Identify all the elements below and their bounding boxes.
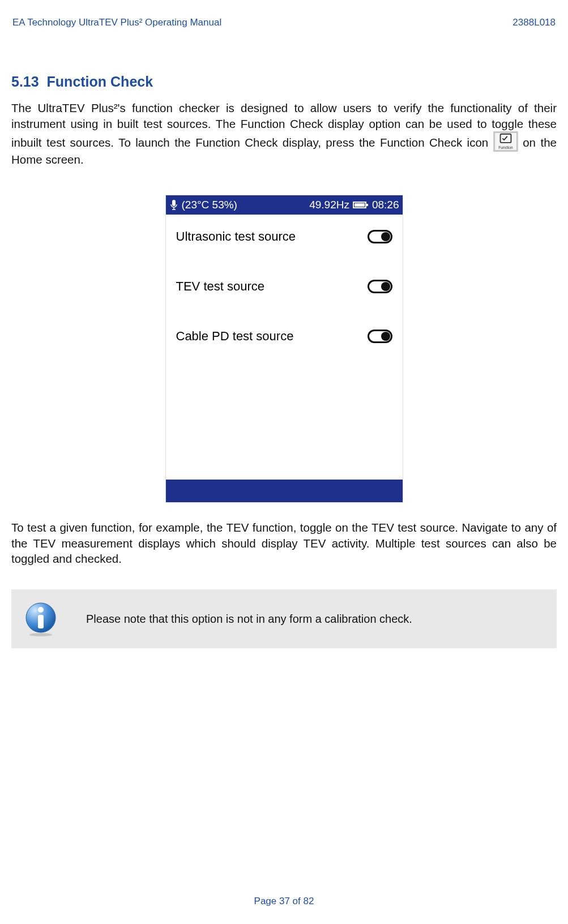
svg-point-10 xyxy=(29,633,52,636)
page-footer: Page 37 of 82 xyxy=(0,896,568,907)
toggle-row-tev: TEV test source xyxy=(176,279,392,294)
toggle-row-cable-pd: Cable PD test source xyxy=(176,329,392,344)
function-check-icon: Function xyxy=(493,131,518,152)
svg-rect-8 xyxy=(355,203,365,207)
svg-text:Function: Function xyxy=(498,146,513,150)
ultrasonic-toggle[interactable] xyxy=(368,230,392,243)
svg-rect-3 xyxy=(172,200,176,206)
screen-body: Ultrasonic test source TEV test source C… xyxy=(166,215,403,480)
status-temp-humidity: (23°C 53%) xyxy=(182,199,237,211)
section-heading: 5.13 Function Check xyxy=(11,74,557,90)
device-screen: (23°C 53%) 49.92Hz 08:26 Ultrasonic test… xyxy=(166,195,403,502)
svg-rect-7 xyxy=(366,204,368,206)
note-text: Please note that this option is not in a… xyxy=(86,613,412,626)
section-number: 5.13 xyxy=(11,74,39,89)
info-icon xyxy=(23,601,59,637)
svg-rect-11 xyxy=(38,615,44,628)
tev-toggle[interactable] xyxy=(368,280,392,293)
status-time: 08:26 xyxy=(372,199,399,211)
toggle-row-ultrasonic: Ultrasonic test source xyxy=(176,229,392,244)
status-bar: (23°C 53%) 49.92Hz 08:26 xyxy=(166,195,403,215)
section-title: Function Check xyxy=(47,74,153,89)
para1-text-a: The UltraTEV Plus²'s function checker is… xyxy=(11,101,557,149)
svg-point-12 xyxy=(38,607,44,613)
battery-icon xyxy=(353,201,369,209)
paragraph-2: To test a given function, for example, t… xyxy=(11,520,557,567)
page-header: EA Technology UltraTEV Plus² Operating M… xyxy=(11,17,557,28)
paragraph-1: The UltraTEV Plus²'s function checker is… xyxy=(11,100,557,168)
toggle-label: Ultrasonic test source xyxy=(176,229,296,244)
header-right: 2388L018 xyxy=(513,17,556,28)
cable-pd-toggle[interactable] xyxy=(368,330,392,343)
microphone-icon xyxy=(169,199,178,211)
status-frequency: 49.92Hz xyxy=(309,199,349,211)
screen-footer-bar xyxy=(166,480,403,502)
toggle-label: TEV test source xyxy=(176,279,265,294)
note-box: Please note that this option is not in a… xyxy=(11,589,557,648)
device-screenshot: (23°C 53%) 49.92Hz 08:26 Ultrasonic test… xyxy=(165,195,403,503)
header-left: EA Technology UltraTEV Plus² Operating M… xyxy=(12,17,221,28)
toggle-label: Cable PD test source xyxy=(176,329,294,344)
